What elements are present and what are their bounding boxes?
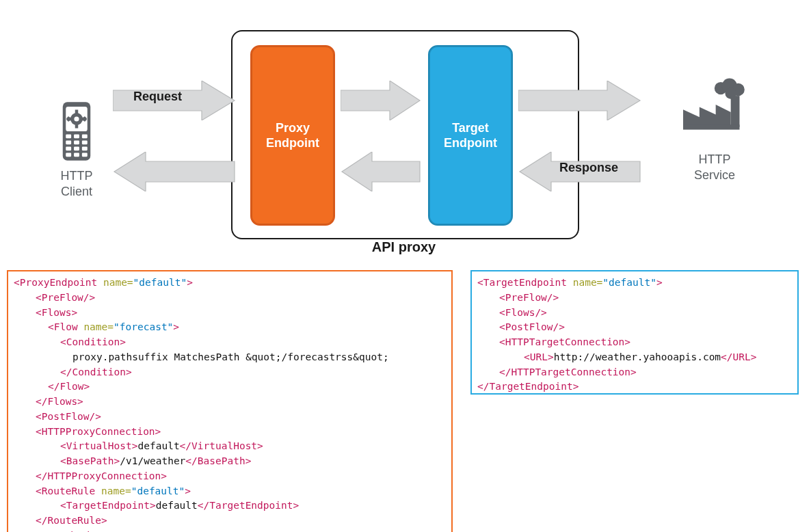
arrow-target-to-proxy (341, 152, 421, 194)
arrow-proxy-to-target (341, 81, 421, 123)
arrow-proxy-to-client (113, 152, 236, 194)
target-endpoint-node: TargetEndpoint (428, 45, 513, 226)
http-service-icon (676, 74, 751, 152)
proxy-endpoint-node: ProxyEndpoint (250, 45, 335, 226)
svg-marker-32 (518, 81, 640, 120)
target-endpoint-code: <TargetEndpoint name="default"><PreFlow/… (470, 270, 799, 395)
proxy-endpoint-code: <ProxyEndpoint name="default"><PreFlow/>… (7, 270, 453, 532)
api-proxy-caption: API proxy (231, 239, 576, 255)
arrow-target-to-service (518, 81, 641, 123)
svg-rect-16 (74, 141, 79, 145)
svg-rect-22 (74, 153, 79, 157)
svg-marker-34 (342, 152, 420, 191)
svg-rect-19 (74, 147, 79, 151)
http-client-label: HTTPClient (49, 168, 104, 199)
svg-rect-17 (82, 141, 88, 145)
svg-point-11 (74, 116, 79, 121)
request-label: Request (133, 90, 182, 104)
target-endpoint-node-label: TargetEndpoint (444, 120, 497, 151)
diagram-canvas: HTTPClient HTTPService API proxy ProxyEn… (0, 0, 811, 532)
response-label: Response (559, 161, 618, 175)
svg-rect-13 (74, 135, 79, 139)
svg-rect-12 (66, 135, 71, 139)
svg-rect-4 (75, 124, 79, 129)
svg-rect-23 (82, 153, 88, 157)
svg-rect-15 (66, 141, 71, 145)
svg-marker-35 (114, 152, 235, 191)
svg-rect-20 (82, 147, 88, 151)
svg-marker-31 (341, 81, 420, 120)
svg-rect-3 (75, 110, 79, 114)
svg-rect-21 (66, 153, 71, 157)
http-service-label: HTTPService (684, 152, 745, 183)
svg-rect-14 (82, 135, 88, 139)
proxy-endpoint-node-label: ProxyEndpoint (266, 120, 319, 151)
svg-rect-18 (66, 147, 71, 151)
svg-rect-28 (731, 96, 740, 127)
http-client-icon (56, 101, 104, 165)
svg-rect-29 (683, 124, 740, 129)
